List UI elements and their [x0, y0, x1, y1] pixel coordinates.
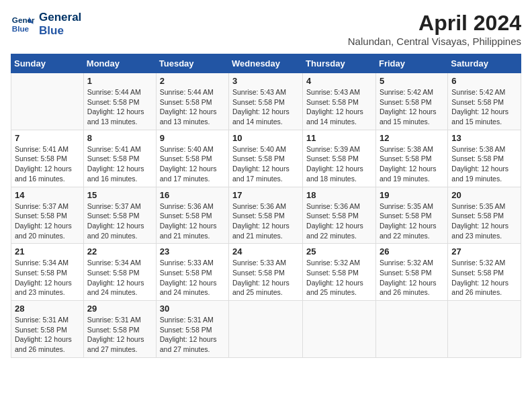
cell-info: Sunrise: 5:37 AM Sunset: 5:58 PM Dayligh… — [15, 201, 80, 241]
calendar-cell: 19Sunrise: 5:35 AM Sunset: 5:58 PM Dayli… — [375, 187, 447, 244]
calendar-cell: 4Sunrise: 5:43 AM Sunset: 5:58 PM Daylig… — [303, 73, 376, 130]
day-header: Thursday — [303, 54, 376, 73]
calendar-cell — [229, 301, 303, 358]
cell-info: Sunrise: 5:31 AM Sunset: 5:58 PM Dayligh… — [87, 315, 152, 355]
day-number: 6 — [451, 76, 517, 86]
day-number: 29 — [87, 304, 152, 314]
calendar-week-row: 21Sunrise: 5:34 AM Sunset: 5:58 PM Dayli… — [11, 244, 521, 301]
day-number: 18 — [306, 190, 372, 200]
calendar-cell: 12Sunrise: 5:38 AM Sunset: 5:58 PM Dayli… — [375, 130, 447, 187]
cell-info: Sunrise: 5:40 AM Sunset: 5:58 PM Dayligh… — [232, 144, 299, 184]
logo-icon: General Blue — [11, 12, 35, 36]
day-number: 13 — [451, 133, 517, 143]
logo-blue: Blue — [39, 24, 81, 38]
cell-info: Sunrise: 5:36 AM Sunset: 5:58 PM Dayligh… — [306, 201, 372, 241]
month-year: April 2024 — [348, 11, 521, 36]
day-number: 2 — [160, 76, 225, 86]
calendar-week-row: 14Sunrise: 5:37 AM Sunset: 5:58 PM Dayli… — [11, 187, 521, 244]
calendar-cell — [448, 301, 521, 358]
calendar-cell — [11, 73, 84, 130]
title-area: April 2024 Nalundan, Central Visayas, Ph… — [348, 11, 521, 47]
calendar-cell: 8Sunrise: 5:41 AM Sunset: 5:58 PM Daylig… — [83, 130, 156, 187]
calendar-cell: 7Sunrise: 5:41 AM Sunset: 5:58 PM Daylig… — [11, 130, 84, 187]
cell-info: Sunrise: 5:43 AM Sunset: 5:58 PM Dayligh… — [306, 87, 372, 127]
day-number: 19 — [380, 190, 444, 200]
calendar-cell: 11Sunrise: 5:39 AM Sunset: 5:58 PM Dayli… — [303, 130, 376, 187]
calendar-cell: 23Sunrise: 5:33 AM Sunset: 5:58 PM Dayli… — [156, 244, 228, 301]
cell-info: Sunrise: 5:31 AM Sunset: 5:58 PM Dayligh… — [160, 315, 225, 355]
day-number: 7 — [15, 133, 80, 143]
calendar-cell: 14Sunrise: 5:37 AM Sunset: 5:58 PM Dayli… — [11, 187, 84, 244]
cell-info: Sunrise: 5:31 AM Sunset: 5:58 PM Dayligh… — [15, 315, 80, 355]
day-header: Wednesday — [229, 54, 303, 73]
calendar-cell: 30Sunrise: 5:31 AM Sunset: 5:58 PM Dayli… — [156, 301, 228, 358]
cell-info: Sunrise: 5:33 AM Sunset: 5:58 PM Dayligh… — [160, 258, 225, 298]
day-header: Tuesday — [156, 54, 228, 73]
calendar-cell: 9Sunrise: 5:40 AM Sunset: 5:58 PM Daylig… — [156, 130, 228, 187]
cell-info: Sunrise: 5:36 AM Sunset: 5:58 PM Dayligh… — [232, 201, 299, 241]
calendar-cell: 3Sunrise: 5:43 AM Sunset: 5:58 PM Daylig… — [229, 73, 303, 130]
cell-info: Sunrise: 5:44 AM Sunset: 5:58 PM Dayligh… — [160, 87, 225, 127]
cell-info: Sunrise: 5:38 AM Sunset: 5:58 PM Dayligh… — [380, 144, 444, 184]
day-header: Monday — [83, 54, 156, 73]
location: Nalundan, Central Visayas, Philippines — [348, 36, 521, 47]
day-number: 17 — [232, 190, 299, 200]
cell-info: Sunrise: 5:40 AM Sunset: 5:58 PM Dayligh… — [160, 144, 225, 184]
day-number: 10 — [232, 133, 299, 143]
day-number: 27 — [451, 246, 517, 257]
cell-info: Sunrise: 5:32 AM Sunset: 5:58 PM Dayligh… — [451, 258, 517, 298]
cell-info: Sunrise: 5:33 AM Sunset: 5:58 PM Dayligh… — [232, 258, 299, 298]
calendar-cell: 24Sunrise: 5:33 AM Sunset: 5:58 PM Dayli… — [229, 244, 303, 301]
calendar-cell: 28Sunrise: 5:31 AM Sunset: 5:58 PM Dayli… — [11, 301, 84, 358]
day-number: 12 — [380, 133, 444, 143]
calendar-cell: 6Sunrise: 5:42 AM Sunset: 5:58 PM Daylig… — [448, 73, 521, 130]
logo: General Blue General Blue — [11, 11, 81, 38]
calendar-week-row: 7Sunrise: 5:41 AM Sunset: 5:58 PM Daylig… — [11, 130, 521, 187]
cell-info: Sunrise: 5:39 AM Sunset: 5:58 PM Dayligh… — [306, 144, 372, 184]
day-number: 8 — [87, 133, 152, 143]
calendar-cell: 21Sunrise: 5:34 AM Sunset: 5:58 PM Dayli… — [11, 244, 84, 301]
day-header: Friday — [375, 54, 447, 73]
calendar-week-row: 1Sunrise: 5:44 AM Sunset: 5:58 PM Daylig… — [11, 73, 521, 130]
cell-info: Sunrise: 5:38 AM Sunset: 5:58 PM Dayligh… — [451, 144, 517, 184]
day-number: 23 — [160, 246, 225, 257]
day-header: Sunday — [11, 54, 84, 73]
svg-text:Blue: Blue — [12, 24, 30, 33]
calendar-cell: 1Sunrise: 5:44 AM Sunset: 5:58 PM Daylig… — [83, 73, 156, 130]
cell-info: Sunrise: 5:35 AM Sunset: 5:58 PM Dayligh… — [451, 201, 517, 241]
day-number: 4 — [306, 76, 372, 86]
day-number: 5 — [380, 76, 444, 86]
cell-info: Sunrise: 5:35 AM Sunset: 5:58 PM Dayligh… — [380, 201, 444, 241]
calendar-week-row: 28Sunrise: 5:31 AM Sunset: 5:58 PM Dayli… — [11, 301, 521, 358]
day-number: 20 — [451, 190, 517, 200]
calendar-cell — [303, 301, 376, 358]
calendar-body: 1Sunrise: 5:44 AM Sunset: 5:58 PM Daylig… — [11, 73, 521, 358]
day-number: 24 — [232, 246, 299, 257]
cell-info: Sunrise: 5:42 AM Sunset: 5:58 PM Dayligh… — [451, 87, 517, 127]
cell-info: Sunrise: 5:41 AM Sunset: 5:58 PM Dayligh… — [15, 144, 80, 184]
day-number: 11 — [306, 133, 372, 143]
calendar-cell: 22Sunrise: 5:34 AM Sunset: 5:58 PM Dayli… — [83, 244, 156, 301]
cell-info: Sunrise: 5:43 AM Sunset: 5:58 PM Dayligh… — [232, 87, 299, 127]
day-number: 15 — [87, 190, 152, 200]
calendar-cell: 2Sunrise: 5:44 AM Sunset: 5:58 PM Daylig… — [156, 73, 228, 130]
calendar-cell: 10Sunrise: 5:40 AM Sunset: 5:58 PM Dayli… — [229, 130, 303, 187]
day-number: 30 — [160, 304, 225, 314]
day-number: 9 — [160, 133, 225, 143]
calendar-cell: 16Sunrise: 5:36 AM Sunset: 5:58 PM Dayli… — [156, 187, 228, 244]
cell-info: Sunrise: 5:36 AM Sunset: 5:58 PM Dayligh… — [160, 201, 225, 241]
day-number: 16 — [160, 190, 225, 200]
logo-general: General — [39, 11, 81, 24]
calendar-header-row: SundayMondayTuesdayWednesdayThursdayFrid… — [11, 54, 521, 73]
calendar-cell: 15Sunrise: 5:37 AM Sunset: 5:58 PM Dayli… — [83, 187, 156, 244]
calendar-cell: 13Sunrise: 5:38 AM Sunset: 5:58 PM Dayli… — [448, 130, 521, 187]
cell-info: Sunrise: 5:42 AM Sunset: 5:58 PM Dayligh… — [380, 87, 444, 127]
day-number: 1 — [87, 76, 152, 86]
calendar-cell: 5Sunrise: 5:42 AM Sunset: 5:58 PM Daylig… — [375, 73, 447, 130]
calendar-cell: 20Sunrise: 5:35 AM Sunset: 5:58 PM Dayli… — [448, 187, 521, 244]
day-number: 26 — [380, 246, 444, 257]
cell-info: Sunrise: 5:44 AM Sunset: 5:58 PM Dayligh… — [87, 87, 152, 127]
calendar-cell: 17Sunrise: 5:36 AM Sunset: 5:58 PM Dayli… — [229, 187, 303, 244]
calendar-cell: 18Sunrise: 5:36 AM Sunset: 5:58 PM Dayli… — [303, 187, 376, 244]
calendar-table: SundayMondayTuesdayWednesdayThursdayFrid… — [11, 54, 521, 358]
